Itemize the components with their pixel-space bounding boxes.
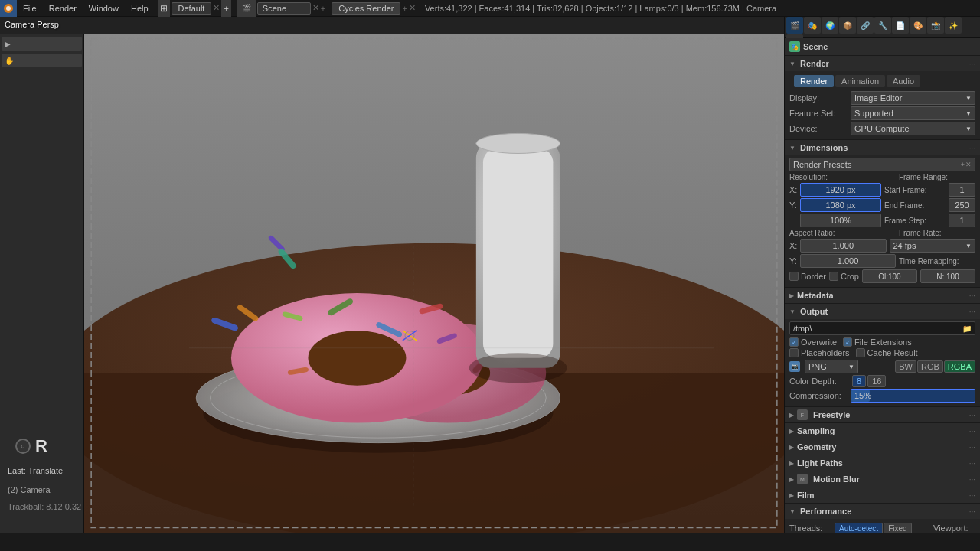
depth-8-btn[interactable]: 8 <box>852 375 866 387</box>
cache-result-checkbox[interactable] <box>856 348 865 357</box>
scene-icon-btn[interactable]: 🎬 <box>237 0 256 17</box>
aspect-x-input[interactable]: 1.000 <box>800 239 887 253</box>
border-row: Border Crop Ol:100 N: 100 <box>789 269 975 283</box>
geometry-arrow: ▶ <box>789 444 794 451</box>
dimensions-section-header[interactable]: ▼ Dimensions ··· <box>785 140 980 155</box>
overwrite-checkbox[interactable]: ✓ <box>789 337 799 347</box>
geometry-dots: ··· <box>969 443 975 452</box>
data-props-icon[interactable]: 📄 <box>892 17 909 34</box>
world-props-icon[interactable]: 🌍 <box>822 17 838 34</box>
film-header[interactable]: ▶ Film ··· <box>785 487 980 503</box>
scene-props-icon[interactable]: 🎭 <box>804 17 821 34</box>
tool-btn-2[interactable]: ✋ <box>2 54 82 67</box>
rgb-btn[interactable]: RGB <box>917 360 943 373</box>
format-buttons: BW RGB RGBA <box>895 360 975 373</box>
light-paths-dots: ··· <box>969 459 975 468</box>
light-paths-title: Light Paths <box>797 458 966 468</box>
format-select[interactable]: PNG ▼ <box>805 360 858 373</box>
constraint-props-icon[interactable]: 🔗 <box>857 17 874 34</box>
menu-render[interactable]: Render <box>43 0 83 17</box>
workspace-name[interactable]: Default <box>172 2 212 15</box>
modifier-props-icon[interactable]: 🔧 <box>874 17 891 34</box>
particle-props-icon[interactable]: ✨ <box>945 17 962 34</box>
format-row: 📷 PNG ▼ BW RGB RGBA <box>789 360 975 373</box>
tab-render[interactable]: Render <box>794 75 834 87</box>
y-endframe-row: Y: 1080 px End Frame: 250 <box>789 198 975 212</box>
frame-step-input[interactable]: 1 <box>949 214 975 227</box>
film-dots: ··· <box>969 491 975 500</box>
feature-set-label: Feature Set: <box>789 109 851 118</box>
freestyle-header[interactable]: ▶ F Freestyle ··· <box>785 407 980 422</box>
compression-input[interactable]: 15% <box>851 389 975 403</box>
auto-detect-btn[interactable]: Auto-detect <box>835 523 883 533</box>
freestyle-title: Freestyle <box>813 410 966 419</box>
light-paths-header[interactable]: ▶ Light Paths ··· <box>785 455 980 471</box>
display-label: Display: <box>789 93 851 103</box>
percent-input[interactable]: 100% <box>800 214 881 227</box>
scene-name[interactable]: Scene <box>257 2 311 15</box>
menu-file[interactable]: File <box>17 0 43 17</box>
metadata-section: ▶ Metadata ··· <box>785 288 980 304</box>
output-path-field[interactable]: /tmp\ 📁 <box>789 321 975 335</box>
fixed-btn[interactable]: Fixed <box>884 523 911 533</box>
film-arrow: ▶ <box>789 492 794 499</box>
crop-checkbox[interactable] <box>829 272 838 281</box>
motion-blur-icon: M <box>797 474 808 484</box>
tab-animation[interactable]: Animation <box>835 75 885 87</box>
rgba-btn[interactable]: RGBA <box>944 360 975 373</box>
threads-row: Threads: Auto-detect Fixed Viewport: <box>789 521 975 533</box>
3d-viewport[interactable] <box>84 34 784 533</box>
aspect-y-input[interactable]: 1.000 <box>800 254 896 268</box>
sampling-header[interactable]: ▶ Sampling ··· <box>785 423 980 439</box>
geometry-header[interactable]: ▶ Geometry ··· <box>785 439 980 455</box>
last-translate-label: Last: Translate <box>8 466 63 475</box>
render-presets-dropdown[interactable]: Render Presets + ✕ <box>789 158 975 171</box>
frame-rate-label: Frame Rate: <box>899 229 975 237</box>
performance-content: Threads: Auto-detect Fixed Viewport: Dyn… <box>785 519 980 533</box>
resolution-x-input[interactable]: 1920 px <box>800 183 881 197</box>
color-depth-label: Color Depth: <box>789 377 851 386</box>
device-dropdown[interactable]: GPU Compute ▼ <box>851 122 975 135</box>
render-engine-btn[interactable]: Cycles Render <box>332 2 400 15</box>
viewport-area[interactable]: Camera Persp ▶ ✋ <box>0 17 784 533</box>
render-section-header[interactable]: ▼ Render ··· <box>785 56 980 71</box>
menu-window[interactable]: Window <box>83 0 125 17</box>
display-dropdown[interactable]: Image Editor ▼ <box>851 91 975 105</box>
tab-audio[interactable]: Audio <box>887 75 920 87</box>
ol-input[interactable]: Ol:100 <box>862 269 917 283</box>
border-checkbox[interactable] <box>789 272 799 281</box>
metadata-header[interactable]: ▶ Metadata ··· <box>785 288 980 303</box>
object-props-icon[interactable]: 📦 <box>839 17 856 34</box>
placeholders-checkbox[interactable] <box>789 348 799 357</box>
bw-btn[interactable]: BW <box>895 360 916 373</box>
start-frame-input[interactable]: 1 <box>949 183 975 197</box>
light-paths-section: ▶ Light Paths ··· <box>785 455 980 471</box>
viewport-icon-btn[interactable]: ⊞ <box>158 0 170 17</box>
resolution-y-input[interactable]: 1080 px <box>800 198 881 212</box>
output-section-arrow: ▼ <box>789 308 797 315</box>
scene-title: Scene <box>803 42 828 51</box>
texture-props-icon[interactable]: 📸 <box>927 17 944 34</box>
workspace-add-btn[interactable]: + <box>221 0 230 17</box>
file-extensions-checkbox[interactable]: ✓ <box>843 337 852 347</box>
frame-range-label: Frame Range: <box>899 173 975 181</box>
feature-set-row: Feature Set: Supported ▼ <box>789 106 975 120</box>
main-area: Camera Persp ▶ ✋ <box>0 17 980 533</box>
performance-section-header[interactable]: ▼ Performance ··· <box>785 504 980 519</box>
end-frame-input[interactable]: 250 <box>949 198 975 212</box>
tool-btn-1[interactable]: ▶ <box>2 37 82 51</box>
output-section-header[interactable]: ▼ Output ··· <box>785 304 980 319</box>
render-props-icon[interactable]: 🎬 <box>786 17 803 34</box>
motion-blur-header[interactable]: ▶ M Motion Blur ··· <box>785 471 980 487</box>
sampling-section: ▶ Sampling ··· <box>785 423 980 439</box>
feature-set-dropdown[interactable]: Supported ▼ <box>851 106 975 120</box>
frame-rate-dropdown[interactable]: 24 fps ▼ <box>890 239 976 253</box>
performance-section-title: Performance <box>800 507 966 516</box>
properties-icons-row: 🎬 🎭 🌍 📦 🔗 🔧 📄 🎨 📸 ✨ ⚛ <box>785 17 980 38</box>
material-props-icon[interactable]: 🎨 <box>910 17 926 34</box>
menu-help[interactable]: Help <box>125 0 155 17</box>
motion-blur-title: Motion Blur <box>813 474 966 484</box>
svg-rect-25 <box>483 148 553 358</box>
depth-16-btn[interactable]: 16 <box>867 375 886 387</box>
n-input[interactable]: N: 100 <box>920 269 975 283</box>
